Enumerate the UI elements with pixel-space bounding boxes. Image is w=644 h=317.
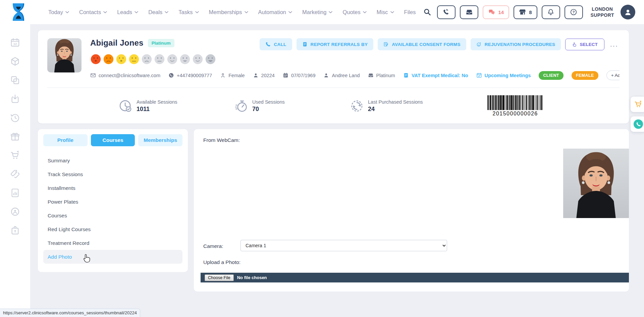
- floating-call-button[interactable]: [631, 116, 644, 132]
- menu-item-power-plates[interactable]: Power Plates: [43, 195, 182, 209]
- nav-label: Leads: [117, 9, 132, 15]
- sidebar-item-locker[interactable]: [10, 225, 20, 235]
- mood-face-10[interactable]: [205, 54, 216, 65]
- nav-label: Automation: [258, 9, 286, 15]
- add-label-button[interactable]: + Add Label: [606, 70, 620, 80]
- stat-available-sessions: Available Sessions1011: [118, 99, 234, 113]
- menu-item-add-photo[interactable]: Add Photo: [43, 250, 182, 264]
- barcode-image: [487, 95, 543, 110]
- nav-item-contacts[interactable]: Contacts: [79, 9, 107, 15]
- mood-face-8[interactable]: [179, 54, 191, 65]
- nav-item-marketing[interactable]: Marketing: [302, 9, 332, 15]
- nav-item-files[interactable]: Files: [404, 9, 416, 15]
- client-photo: [47, 38, 82, 72]
- sidebar-item-history[interactable]: [10, 113, 20, 123]
- contact-document[interactable]: VAT Exempt Medical: No: [403, 72, 468, 78]
- available-consent-forms-button[interactable]: AVAILABLE CONSENT FORMS: [378, 38, 466, 50]
- mood-face-7[interactable]: [167, 54, 178, 65]
- menu-item-installments[interactable]: Installments: [43, 181, 182, 195]
- tier-badge: Platinum: [148, 39, 174, 47]
- floating-cart-button[interactable]: [631, 97, 644, 112]
- contact-calendar-check[interactable]: Upcoming Meetings: [476, 72, 531, 78]
- store-button[interactable]: 8: [514, 5, 537, 19]
- clinicsoftware-logo[interactable]: [11, 3, 26, 21]
- webcam-snapshot: [563, 149, 629, 218]
- mood-face-5[interactable]: [141, 54, 152, 65]
- nav-item-leads[interactable]: Leads: [117, 9, 138, 15]
- nav-item-automation[interactable]: Automation: [258, 9, 292, 15]
- session-stats-row: Available Sessions1011Used Sessions70Las…: [47, 95, 620, 117]
- camera-select[interactable]: Camera 1: [240, 240, 447, 251]
- rejuvenation-procedures-button[interactable]: REJUVENATION PROCEDURES: [471, 38, 561, 50]
- sidebar-item-check-in[interactable]: [10, 94, 20, 104]
- nav-label: Tasks: [178, 9, 193, 15]
- nav-item-quotes[interactable]: Quotes: [342, 9, 366, 15]
- chevron-down-icon: [390, 11, 394, 13]
- sidebar-item-tags[interactable]: [10, 169, 20, 179]
- help-button[interactable]: [565, 5, 583, 19]
- menu-item-summary[interactable]: Summary: [43, 154, 182, 167]
- mood-face-4[interactable]: [128, 54, 140, 65]
- nav-item-today[interactable]: Today: [48, 9, 69, 15]
- sidebar-item-calendar-12[interactable]: [10, 38, 20, 48]
- stat-label: Last Purchased Sessions: [368, 99, 423, 105]
- stat-value: 1011: [137, 106, 177, 113]
- store-count-badge: 8: [529, 9, 532, 15]
- menu-item-treatment-record[interactable]: Treatment Record: [43, 236, 182, 250]
- nav-label: Today: [48, 9, 63, 15]
- action-label: REJUVENATION PROCEDURES: [485, 42, 555, 47]
- contact-phone[interactable]: +447490009777: [168, 72, 212, 78]
- chat-button[interactable]: 14: [483, 5, 509, 19]
- sidebar-item-support[interactable]: [10, 207, 20, 217]
- contact-text: Female: [228, 73, 245, 78]
- search-icon[interactable]: [423, 8, 431, 16]
- browser-status-bar: https://server2.clinicsoftware.com/cours…: [0, 309, 140, 317]
- notifications-button[interactable]: [542, 5, 560, 19]
- call-button[interactable]: CALL: [260, 38, 292, 50]
- choose-file-button[interactable]: Choose File: [205, 274, 234, 281]
- mood-face-9[interactable]: [192, 54, 203, 65]
- nav-label: Files: [404, 9, 416, 15]
- sidebar-item-cart[interactable]: [10, 150, 20, 160]
- select-button[interactable]: SELECT: [565, 39, 604, 50]
- more-actions-button[interactable]: ...: [609, 40, 620, 49]
- mood-face-1[interactable]: [90, 54, 101, 65]
- user-avatar[interactable]: [621, 5, 635, 19]
- clock-check-icon: [118, 99, 132, 113]
- dialer-button[interactable]: [437, 5, 455, 19]
- nav-item-memberships[interactable]: Memberships: [209, 9, 248, 15]
- mood-face-6[interactable]: [154, 54, 165, 65]
- nav-item-tasks[interactable]: Tasks: [178, 9, 199, 15]
- chevron-down-icon: [288, 11, 292, 13]
- nav-item-deals[interactable]: Deals: [148, 9, 168, 15]
- consent-icon: [383, 42, 389, 47]
- email-icon: [90, 72, 96, 78]
- inbox-button[interactable]: [460, 5, 478, 19]
- chevron-down-icon: [195, 11, 199, 13]
- menu-item-red-light-courses[interactable]: Red Light Courses: [43, 222, 182, 236]
- sidebar-item-reports[interactable]: [10, 188, 20, 198]
- sidebar-item-pages[interactable]: [10, 75, 20, 85]
- mood-face-2[interactable]: [103, 54, 114, 65]
- storefront-icon: [519, 8, 526, 16]
- nav-item-misc[interactable]: Misc: [377, 9, 394, 15]
- client-name: Abigail Jones: [90, 38, 144, 48]
- bell-icon: [547, 8, 554, 16]
- stat-label: Used Sessions: [252, 99, 285, 105]
- tab-profile[interactable]: Profile: [43, 134, 88, 146]
- action-label: AVAILABLE CONSENT FORMS: [392, 42, 460, 47]
- tab-memberships[interactable]: Memberships: [138, 134, 182, 146]
- menu-item-track-sessions[interactable]: Track Sessions: [43, 167, 182, 181]
- sidebar-item-gift[interactable]: [10, 131, 20, 142]
- nav-label: Marketing: [302, 9, 326, 15]
- inbox-icon: [368, 72, 374, 78]
- menu-item-courses[interactable]: Courses: [43, 209, 182, 222]
- stat-label: Available Sessions: [137, 99, 177, 105]
- report-referrals-by-button[interactable]: REPORT REFERRALS BY: [297, 38, 374, 50]
- sidebar-item-package[interactable]: [10, 56, 20, 66]
- tab-courses[interactable]: Courses: [91, 134, 135, 146]
- mood-face-3[interactable]: [116, 54, 127, 65]
- action-label: CALL: [274, 42, 286, 47]
- contact-email[interactable]: connect@clinicsoftware.com: [90, 72, 160, 78]
- contact-calendar: 07/07/1969: [283, 72, 316, 78]
